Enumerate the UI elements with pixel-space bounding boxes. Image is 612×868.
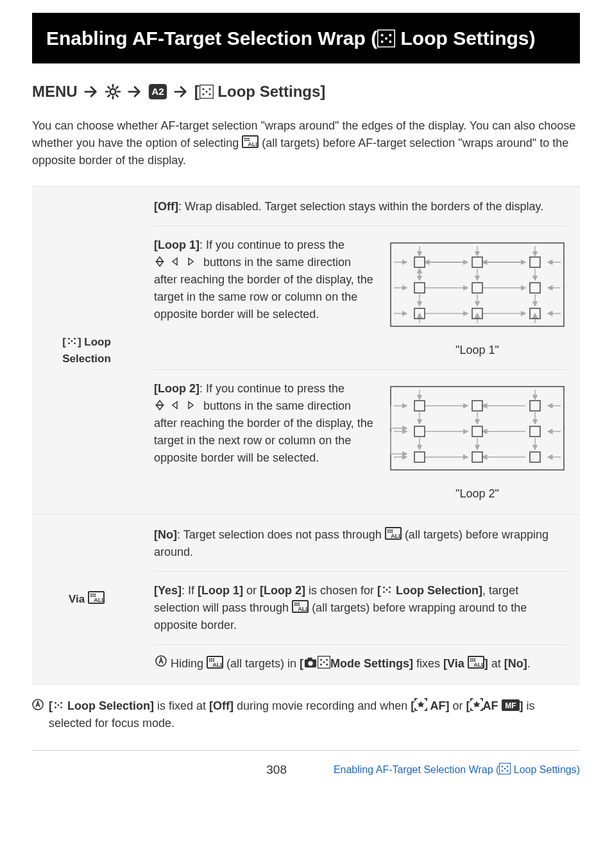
info-icon [32,697,45,732]
af-target-brackets-icon [200,85,214,99]
gear-icon [105,83,121,100]
loop2-diagram [387,380,567,476]
page-footer: 308 Enabling AF-Target Selection Wrap ( … [32,761,580,780]
all-targets-icon [88,591,105,604]
af-target-brackets-icon [377,29,395,47]
star-focus-icon [414,698,427,711]
footer-title: Enabling AF-Target Selection Wrap ( Loop… [306,763,580,777]
loop1-caption: "Loop 1" [387,342,567,359]
info-icon [155,655,167,672]
footnote: [ Loop Selection] is fixed at [Off] duri… [32,697,580,732]
af-target-brackets-icon [318,656,330,669]
af-target-dots-icon [381,584,393,596]
af-target-dots-icon [66,335,78,347]
star-focus-icon [470,698,483,711]
row-label-loop-selection: [] Loop Selection [32,187,141,515]
option-off: [Off]: Wrap disabled. Target selection s… [154,198,567,226]
arrow-right-icon [83,85,99,99]
intro-paragraph: You can choose whether AF-target selecti… [32,117,580,169]
settings-table: [] Loop Selection [Off]: Wrap disabled. … [32,186,580,685]
svg-rect-68 [391,387,564,470]
title-post: Loop Settings) [395,28,535,49]
option-no: [No]: Target selection does not pass thr… [154,526,567,571]
arrow-right-icon [173,85,189,99]
breadcrumb: MENU [ Loop Settings] [32,80,580,103]
row-label-via-all: Via [32,515,141,685]
option-yes: [Yes]: If [Loop 1] or [Loop 2] is chosen… [154,571,567,644]
menu-label: MENU [32,80,78,103]
page-title: Enabling AF-Target Selection Wrap ( Loop… [32,13,580,63]
camera-icon [303,656,318,669]
breadcrumb-last: [ Loop Settings] [194,80,326,103]
title-pre: Enabling AF-Target Selection Wrap ( [46,28,377,49]
all-targets-icon [468,656,484,669]
loop-selection-cell: [Off]: Wrap disabled. Target selection s… [141,187,580,515]
via-all-cell: [No]: Target selection does not pass thr… [141,515,580,685]
all-targets-icon [242,135,259,148]
footer-rule [32,750,580,751]
all-targets-icon [385,527,402,540]
option-loop2: [Loop 2]: If you continue to press the b… [154,369,567,503]
dpad-arrows-icon [154,399,200,411]
option-loop1: [Loop 1]: If you continue to press the b… [154,226,567,369]
af-target-brackets-icon [499,763,511,774]
all-targets-icon [292,600,309,613]
mf-badge-icon [502,699,520,711]
loop1-diagram [387,237,567,333]
page-number: 308 [32,761,306,780]
via-all-note: Hiding (all targets) in [Mode Settings] … [154,644,567,672]
arrow-right-icon [126,85,143,99]
af-target-dots-icon [53,699,64,711]
a2-tab-icon [148,84,167,99]
loop2-caption: "Loop 2" [387,485,567,503]
all-targets-icon [207,656,223,669]
dpad-arrows-icon [154,256,200,267]
